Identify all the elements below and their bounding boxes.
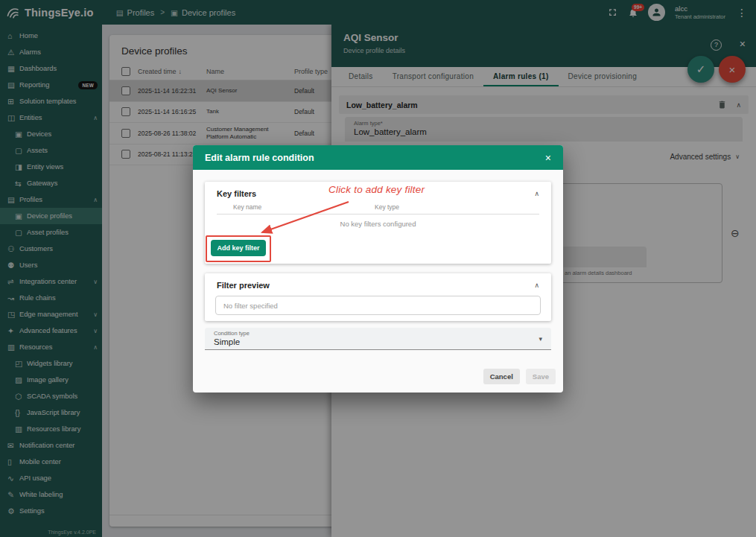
placeholder-text: No filter specified	[223, 302, 278, 310]
selected-value: Simple	[214, 337, 542, 346]
app-root: ThingsEye.io ▤ Profiles > ▣ Device profi…	[0, 0, 756, 537]
filter-preview-title: Filter preview	[217, 281, 270, 290]
collapse-icon[interactable]: ∧	[534, 282, 539, 289]
annotation-highlight-rect	[206, 235, 271, 262]
annotation-arrow	[253, 198, 355, 238]
dialog-close-icon[interactable]: ×	[545, 152, 551, 164]
dialog-body: Key filters ∧ Key name Key type No key f…	[193, 170, 563, 393]
edit-alarm-rule-condition-dialog: Edit alarm rule condition × Key filters …	[193, 145, 563, 393]
field-label: Condition type	[214, 330, 542, 337]
filter-preview-header: Filter preview ∧	[205, 273, 551, 290]
filter-preview-input[interactable]: No filter specified	[215, 296, 541, 315]
save-button[interactable]: Save	[526, 369, 556, 384]
cancel-button[interactable]: Cancel	[483, 369, 520, 384]
dialog-actions: Cancel Save	[483, 369, 556, 384]
condition-type-select[interactable]: Condition type Simple ▾	[205, 328, 551, 350]
filter-preview-card: Filter preview ∧ No filter specified	[205, 273, 551, 321]
annotation-text: Click to add key filter	[328, 184, 425, 195]
collapse-icon[interactable]: ∧	[534, 190, 539, 197]
dialog-title: Edit alarm rule condition	[205, 153, 314, 163]
dropdown-caret-icon: ▾	[539, 335, 542, 343]
dialog-header: Edit alarm rule condition ×	[193, 145, 563, 170]
key-filters-title: Key filters	[217, 189, 256, 198]
column-key-type: Key type	[375, 203, 399, 211]
